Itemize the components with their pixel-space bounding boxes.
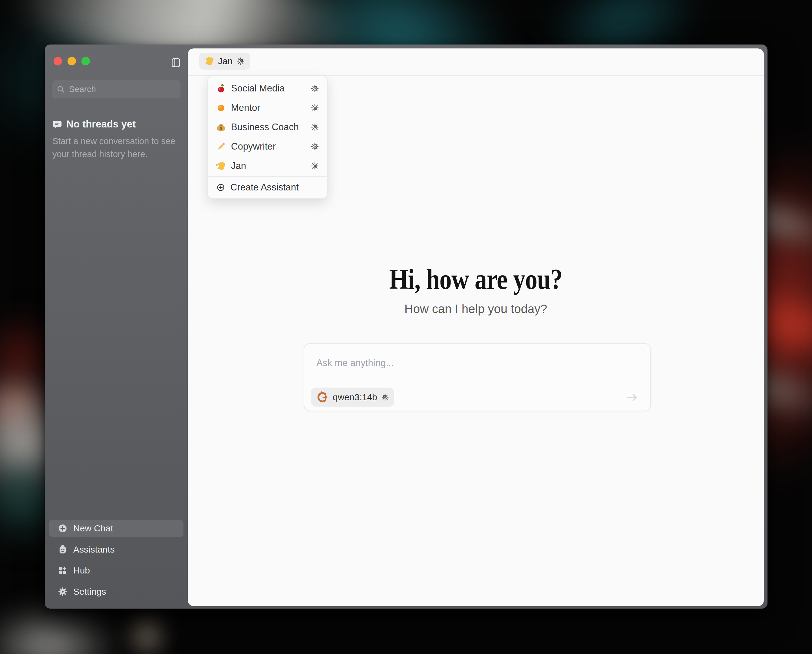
item-gear-icon[interactable] bbox=[310, 84, 319, 93]
window-controls bbox=[53, 57, 90, 66]
sidebar-item-hub[interactable]: Hub bbox=[49, 562, 183, 579]
plus-circle-icon bbox=[58, 523, 68, 533]
menu-item-label: Copywriter bbox=[231, 141, 305, 152]
sidebar-item-settings[interactable]: Settings bbox=[49, 583, 183, 600]
sidebar-item-assistants[interactable]: Assistants bbox=[49, 541, 183, 558]
item-gear-icon[interactable] bbox=[310, 123, 319, 132]
composer-placeholder: Ask me anything... bbox=[316, 358, 394, 368]
hero: Hi, how are you? bbox=[188, 264, 764, 294]
close-button[interactable] bbox=[53, 57, 62, 66]
red-apple-icon bbox=[216, 83, 226, 93]
menu-item-business-coach[interactable]: Business Coach bbox=[208, 118, 327, 137]
threads-empty-state: No threads yet Start a new conversation … bbox=[52, 118, 180, 161]
minimize-button[interactable] bbox=[67, 57, 76, 66]
sidebar-item-new-chat[interactable]: New Chat bbox=[49, 520, 183, 537]
sidebar-item-label: Assistants bbox=[73, 544, 115, 555]
menu-item-label: Business Coach bbox=[231, 122, 305, 133]
wallpaper-gray-bottom bbox=[0, 608, 118, 654]
empty-state-title: No threads yet bbox=[66, 118, 136, 130]
sidebar-item-label: Hub bbox=[73, 565, 90, 576]
sidebar: Search No threads yet Start a new conver… bbox=[45, 44, 188, 608]
menu-item-label: Create Assistant bbox=[230, 182, 299, 193]
model-name: qwen3:14b bbox=[333, 392, 377, 402]
assistant-robot-icon bbox=[58, 544, 68, 555]
hero-title: Hi, how are you? bbox=[389, 264, 563, 294]
app-window: Search No threads yet Start a new conver… bbox=[45, 44, 768, 608]
tangerine-icon bbox=[216, 102, 226, 113]
gear-icon bbox=[58, 587, 68, 597]
search-input[interactable]: Search bbox=[52, 80, 180, 98]
chat-bubble-icon bbox=[52, 119, 62, 129]
menu-item-create-assistant[interactable]: Create Assistant bbox=[208, 177, 327, 198]
send-arrow-icon[interactable] bbox=[626, 391, 639, 404]
model-settings-gear-icon[interactable] bbox=[381, 393, 389, 402]
zoom-button[interactable] bbox=[81, 57, 90, 66]
menu-item-label: Social Media bbox=[231, 83, 305, 94]
sidebar-item-label: Settings bbox=[73, 587, 106, 597]
search-icon bbox=[57, 86, 65, 93]
item-gear-icon[interactable] bbox=[310, 161, 319, 170]
search-placeholder: Search bbox=[69, 84, 96, 94]
sidebar-toggle-icon[interactable] bbox=[172, 58, 180, 67]
chat-header: Jan bbox=[188, 49, 764, 76]
item-gear-icon[interactable] bbox=[310, 142, 319, 151]
pencil-icon bbox=[216, 141, 226, 152]
empty-state-description: Start a new conversation to see your thr… bbox=[52, 135, 180, 161]
desktop: Search No threads yet Start a new conver… bbox=[0, 0, 812, 654]
message-composer[interactable]: Ask me anything... qwen3:14b bbox=[304, 343, 651, 411]
assistant-settings-gear-icon[interactable] bbox=[236, 57, 245, 66]
assistant-name: Jan bbox=[218, 56, 232, 66]
assistant-selector[interactable]: Jan bbox=[199, 53, 250, 70]
sidebar-item-label: New Chat bbox=[73, 523, 113, 533]
hero-subtitle: How can I help you today? bbox=[188, 302, 764, 316]
waving-hand-icon bbox=[204, 56, 214, 66]
hub-grid-icon bbox=[58, 565, 68, 576]
assistant-dropdown-menu: Social Media Mentor bbox=[208, 76, 328, 199]
model-selector[interactable]: qwen3:14b bbox=[311, 388, 394, 406]
money-bag-icon bbox=[216, 122, 226, 132]
menu-item-jan[interactable]: Jan bbox=[208, 156, 327, 176]
wallpaper-tan-bottom bbox=[127, 611, 166, 654]
menu-item-label: Jan bbox=[231, 160, 305, 171]
item-gear-icon[interactable] bbox=[310, 103, 319, 112]
waving-hand-icon bbox=[216, 161, 226, 171]
menu-item-mentor[interactable]: Mentor bbox=[208, 98, 327, 118]
model-provider-icon bbox=[316, 391, 329, 404]
main-panel: Jan Social Media bbox=[188, 49, 764, 606]
menu-item-label: Mentor bbox=[231, 102, 305, 113]
menu-item-copywriter[interactable]: Copywriter bbox=[208, 137, 327, 156]
plus-circle-outline-icon bbox=[216, 183, 226, 192]
menu-item-social-media[interactable]: Social Media bbox=[208, 79, 327, 98]
